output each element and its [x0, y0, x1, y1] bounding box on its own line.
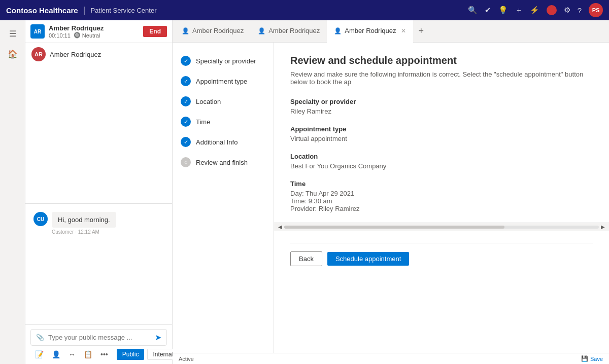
- sentiment-icon: 🔘: [74, 32, 81, 39]
- chat-input-area: 📎 ➤ 📝 👤 ↔ 📋 ••• Public Internal: [25, 324, 172, 364]
- step-location-label: Location: [196, 98, 221, 105]
- chat-tool-agent[interactable]: 👤: [49, 349, 63, 360]
- end-button[interactable]: End: [143, 26, 167, 37]
- step-location[interactable]: ✓ Location: [173, 91, 274, 112]
- chat-toolbar: 📝 👤 ↔ 📋 ••• Public Internal: [30, 346, 167, 360]
- back-button[interactable]: Back: [290, 251, 322, 266]
- step-additional-info[interactable]: ✓ Additional Info: [173, 132, 274, 152]
- lightbulb-icon[interactable]: 💡: [498, 6, 508, 15]
- agent-session: AR Amber Rodriquez 00:10:11 🔘 Neutral En…: [25, 20, 172, 43]
- save-label: Save: [590, 356, 603, 362]
- chat-tool-transfer[interactable]: ↔: [66, 349, 78, 360]
- chat-bubble-avatar: CU: [33, 212, 48, 226]
- search-icon[interactable]: 🔍: [468, 6, 478, 15]
- mode-public-button[interactable]: Public: [117, 349, 145, 360]
- chat-tool-more[interactable]: •••: [98, 349, 111, 360]
- app-layout: ☰ 🏠 AR Amber Rodriquez 00:10:11 🔘 Neutra…: [0, 20, 609, 364]
- schedule-appointment-button[interactable]: Schedule appointment: [327, 252, 409, 266]
- tab-2-icon: 👤: [258, 27, 265, 34]
- chat-input[interactable]: [48, 334, 151, 341]
- review-subtitle: Review and make sure the following infor…: [290, 70, 593, 86]
- review-time-day: Day: Thu Apr 29 2021: [290, 190, 593, 197]
- sidebar-menu-icon[interactable]: ☰: [4, 24, 22, 43]
- scroll-track: [284, 226, 599, 229]
- review-title: Review and schedule appointment: [290, 55, 593, 66]
- chat-bubble-row: CU Hi, good morning. Customer · 12:12 AM: [33, 212, 164, 235]
- add-icon[interactable]: ＋: [515, 6, 523, 15]
- tab-1-icon: 👤: [182, 27, 189, 34]
- chat-bubble-meta: Customer · 12:12 AM: [52, 229, 116, 235]
- nav-divider: |: [83, 5, 86, 16]
- scroll-right-arrow[interactable]: ▶: [601, 224, 605, 230]
- review-section-time: Time Day: Thu Apr 29 2021 Time: 9:30 am …: [290, 180, 593, 212]
- review-specialty-value: Riley Ramirez: [290, 107, 593, 115]
- contact-name: Amber Rodriquez: [50, 51, 101, 58]
- chat-tool-note[interactable]: 📝: [32, 349, 46, 360]
- step-review-label: Review and finish: [196, 159, 248, 166]
- review-actions: Back Schedule appointment: [290, 243, 593, 266]
- review-section-appt-type: Appointment type Virtual appointment: [290, 125, 593, 142]
- attachment-icon[interactable]: 📎: [36, 334, 44, 341]
- chat-send-button[interactable]: ➤: [155, 333, 161, 342]
- step-location-icon: ✓: [181, 96, 191, 106]
- chat-input-row: 📎 ➤: [30, 329, 167, 346]
- scroll-left-arrow[interactable]: ◀: [278, 224, 282, 230]
- tab-2[interactable]: 👤 Amber Rodriquez: [251, 20, 327, 43]
- chat-bubble-content: Hi, good morning. Customer · 12:12 AM: [52, 212, 116, 235]
- step-appointment-type-label: Appointment type: [196, 78, 247, 85]
- sentiment-label: Neutral: [82, 32, 100, 39]
- contact-list: AR Amber Rodriquez: [25, 43, 172, 203]
- step-specialty[interactable]: ✓ Specialty or provider: [173, 51, 274, 71]
- status-text: Active: [179, 356, 194, 362]
- review-section-location: Location Best For You Organics Company: [290, 153, 593, 170]
- tab-1[interactable]: 👤 Amber Rodriquez: [175, 20, 251, 43]
- tab-add-button[interactable]: +: [413, 26, 429, 37]
- review-time-time: Time: 9:30 am: [290, 197, 593, 205]
- tab-1-label: Amber Rodriquez: [192, 27, 244, 34]
- review-specialty-label: Specialty or provider: [290, 98, 593, 105]
- chat-messages: CU Hi, good morning. Customer · 12:12 AM: [25, 204, 172, 324]
- brand-name: Contoso Healthcare: [6, 6, 78, 15]
- content-area: ✓ Specialty or provider ✓ Appointment ty…: [173, 43, 609, 353]
- help-icon[interactable]: ?: [578, 6, 582, 15]
- user-avatar[interactable]: PS: [589, 3, 603, 17]
- agent-panel: AR Amber Rodriquez 00:10:11 🔘 Neutral En…: [25, 20, 173, 364]
- agent-session-meta: 00:10:11 🔘 Neutral: [49, 32, 104, 39]
- contact-avatar: AR: [31, 47, 46, 61]
- status-bar: Active 💾 Save: [173, 353, 609, 364]
- step-appointment-type[interactable]: ✓ Appointment type: [173, 71, 274, 91]
- save-button[interactable]: 💾 Save: [581, 355, 603, 362]
- review-location-value: Best For You Organics Company: [290, 162, 593, 170]
- review-appt-type-label: Appointment type: [290, 125, 593, 133]
- step-review[interactable]: ○ Review and finish: [173, 152, 274, 172]
- step-time-label: Time: [196, 118, 210, 126]
- top-nav: Contoso Healthcare | Patient Service Cen…: [0, 0, 609, 20]
- gear-icon[interactable]: ⚙: [564, 6, 570, 15]
- step-specialty-icon: ✓: [181, 56, 191, 66]
- review-appt-type-value: Virtual appointment: [290, 135, 593, 142]
- tab-3[interactable]: 👤 Amber Rodriquez ✕: [327, 20, 413, 43]
- top-nav-right: 🔍 ✔ 💡 ＋ ⚡ ⚙ ? PS: [468, 3, 603, 17]
- step-additional-info-icon: ✓: [181, 137, 191, 147]
- filter-icon[interactable]: ⚡: [530, 6, 539, 15]
- main-content: 👤 Amber Rodriquez 👤 Amber Rodriquez 👤 Am…: [173, 20, 609, 364]
- step-review-icon: ○: [181, 157, 191, 167]
- review-time-label: Time: [290, 180, 593, 188]
- tab-3-close[interactable]: ✕: [401, 27, 406, 34]
- contact-item[interactable]: AR Amber Rodriquez: [25, 43, 172, 65]
- review-location-label: Location: [290, 153, 593, 160]
- check-icon[interactable]: ✔: [485, 6, 491, 15]
- agent-session-left: AR Amber Rodriquez 00:10:11 🔘 Neutral: [30, 24, 104, 39]
- step-time[interactable]: ✓ Time: [173, 112, 274, 132]
- chat-bubble-text: Hi, good morning.: [52, 212, 116, 228]
- step-time-icon: ✓: [181, 117, 191, 127]
- step-additional-info-label: Additional Info: [196, 138, 238, 146]
- tab-3-label: Amber Rodriquez: [345, 27, 396, 34]
- chat-tool-template[interactable]: 📋: [81, 349, 95, 360]
- agent-session-time: 00:10:11: [49, 32, 71, 39]
- sidebar-home-icon[interactable]: 🏠: [4, 45, 22, 63]
- review-time-provider: Provider: Riley Ramirez: [290, 205, 593, 212]
- scroll-thumb[interactable]: [284, 226, 504, 229]
- step-appointment-type-icon: ✓: [181, 76, 191, 86]
- tab-bar: 👤 Amber Rodriquez 👤 Amber Rodriquez 👤 Am…: [173, 20, 609, 43]
